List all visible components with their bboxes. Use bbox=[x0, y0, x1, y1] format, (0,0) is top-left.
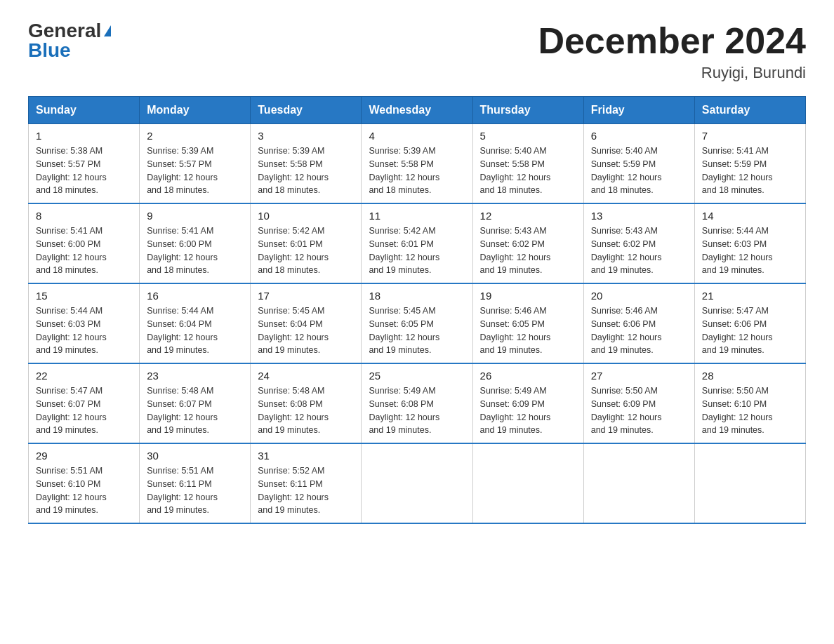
day-number: 28 bbox=[702, 370, 798, 382]
day-number: 16 bbox=[147, 290, 243, 302]
day-cell: 30 Sunrise: 5:51 AMSunset: 6:11 PMDaylig… bbox=[140, 443, 251, 523]
day-cell bbox=[694, 443, 805, 523]
day-number: 6 bbox=[591, 130, 687, 142]
day-cell: 13 Sunrise: 5:43 AMSunset: 6:02 PMDaylig… bbox=[583, 203, 694, 283]
day-info: Sunrise: 5:38 AMSunset: 5:57 PMDaylight:… bbox=[36, 146, 107, 195]
week-row-4: 22 Sunrise: 5:47 AMSunset: 6:07 PMDaylig… bbox=[29, 363, 806, 443]
day-number: 3 bbox=[258, 130, 354, 142]
day-cell: 3 Sunrise: 5:39 AMSunset: 5:58 PMDayligh… bbox=[251, 124, 362, 204]
day-number: 10 bbox=[258, 210, 354, 222]
day-number: 5 bbox=[480, 130, 576, 142]
day-cell: 9 Sunrise: 5:41 AMSunset: 6:00 PMDayligh… bbox=[140, 203, 251, 283]
day-number: 23 bbox=[147, 370, 243, 382]
day-number: 25 bbox=[369, 370, 465, 382]
header-day-sunday: Sunday bbox=[29, 97, 140, 124]
day-number: 7 bbox=[702, 130, 798, 142]
day-info: Sunrise: 5:49 AMSunset: 6:09 PMDaylight:… bbox=[480, 386, 551, 435]
day-info: Sunrise: 5:48 AMSunset: 6:07 PMDaylight:… bbox=[147, 386, 218, 435]
day-info: Sunrise: 5:49 AMSunset: 6:08 PMDaylight:… bbox=[369, 386, 439, 435]
day-number: 14 bbox=[702, 210, 798, 222]
day-cell: 18 Sunrise: 5:45 AMSunset: 6:05 PMDaylig… bbox=[362, 283, 472, 363]
day-cell: 23 Sunrise: 5:48 AMSunset: 6:07 PMDaylig… bbox=[140, 363, 251, 443]
day-info: Sunrise: 5:40 AMSunset: 5:59 PMDaylight:… bbox=[591, 146, 662, 195]
day-cell: 4 Sunrise: 5:39 AMSunset: 5:58 PMDayligh… bbox=[362, 124, 472, 204]
day-info: Sunrise: 5:50 AMSunset: 6:10 PMDaylight:… bbox=[702, 386, 773, 435]
month-title: December 2024 bbox=[538, 21, 806, 61]
day-info: Sunrise: 5:43 AMSunset: 6:02 PMDaylight:… bbox=[591, 226, 662, 275]
day-number: 17 bbox=[258, 290, 354, 302]
day-number: 19 bbox=[480, 290, 576, 302]
day-info: Sunrise: 5:45 AMSunset: 6:05 PMDaylight:… bbox=[369, 306, 439, 355]
day-cell: 24 Sunrise: 5:48 AMSunset: 6:08 PMDaylig… bbox=[251, 363, 362, 443]
day-number: 27 bbox=[591, 370, 687, 382]
header-day-wednesday: Wednesday bbox=[362, 97, 472, 124]
day-info: Sunrise: 5:43 AMSunset: 6:02 PMDaylight:… bbox=[480, 226, 551, 275]
day-cell: 8 Sunrise: 5:41 AMSunset: 6:00 PMDayligh… bbox=[29, 203, 140, 283]
day-cell: 14 Sunrise: 5:44 AMSunset: 6:03 PMDaylig… bbox=[694, 203, 805, 283]
day-cell: 16 Sunrise: 5:44 AMSunset: 6:04 PMDaylig… bbox=[140, 283, 251, 363]
day-cell bbox=[472, 443, 583, 523]
week-row-3: 15 Sunrise: 5:44 AMSunset: 6:03 PMDaylig… bbox=[29, 283, 806, 363]
day-number: 29 bbox=[36, 450, 132, 462]
header-day-thursday: Thursday bbox=[472, 97, 583, 124]
day-number: 30 bbox=[147, 450, 243, 462]
day-number: 2 bbox=[147, 130, 243, 142]
day-info: Sunrise: 5:39 AMSunset: 5:58 PMDaylight:… bbox=[258, 146, 329, 195]
day-number: 18 bbox=[369, 290, 465, 302]
logo-blue-text: Blue bbox=[28, 41, 71, 60]
day-number: 8 bbox=[36, 210, 132, 222]
week-row-2: 8 Sunrise: 5:41 AMSunset: 6:00 PMDayligh… bbox=[29, 203, 806, 283]
day-info: Sunrise: 5:41 AMSunset: 6:00 PMDaylight:… bbox=[147, 226, 218, 275]
header-row: SundayMondayTuesdayWednesdayThursdayFrid… bbox=[29, 97, 806, 124]
day-info: Sunrise: 5:51 AMSunset: 6:10 PMDaylight:… bbox=[36, 466, 107, 515]
day-info: Sunrise: 5:39 AMSunset: 5:58 PMDaylight:… bbox=[369, 146, 439, 195]
calendar-header: SundayMondayTuesdayWednesdayThursdayFrid… bbox=[29, 97, 806, 124]
day-info: Sunrise: 5:52 AMSunset: 6:11 PMDaylight:… bbox=[258, 466, 329, 515]
day-cell bbox=[583, 443, 694, 523]
day-cell bbox=[362, 443, 472, 523]
day-number: 22 bbox=[36, 370, 132, 382]
day-info: Sunrise: 5:44 AMSunset: 6:04 PMDaylight:… bbox=[147, 306, 218, 355]
day-cell: 6 Sunrise: 5:40 AMSunset: 5:59 PMDayligh… bbox=[583, 124, 694, 204]
day-cell: 5 Sunrise: 5:40 AMSunset: 5:58 PMDayligh… bbox=[472, 124, 583, 204]
calendar-table: SundayMondayTuesdayWednesdayThursdayFrid… bbox=[28, 96, 806, 524]
day-info: Sunrise: 5:42 AMSunset: 6:01 PMDaylight:… bbox=[369, 226, 439, 275]
day-cell: 15 Sunrise: 5:44 AMSunset: 6:03 PMDaylig… bbox=[29, 283, 140, 363]
page-header: General Blue December 2024 Ruyigi, Burun… bbox=[28, 21, 806, 82]
day-cell: 27 Sunrise: 5:50 AMSunset: 6:09 PMDaylig… bbox=[583, 363, 694, 443]
day-cell: 25 Sunrise: 5:49 AMSunset: 6:08 PMDaylig… bbox=[362, 363, 472, 443]
day-cell: 17 Sunrise: 5:45 AMSunset: 6:04 PMDaylig… bbox=[251, 283, 362, 363]
header-day-tuesday: Tuesday bbox=[251, 97, 362, 124]
day-info: Sunrise: 5:44 AMSunset: 6:03 PMDaylight:… bbox=[36, 306, 107, 355]
day-info: Sunrise: 5:46 AMSunset: 6:05 PMDaylight:… bbox=[480, 306, 551, 355]
calendar-body: 1 Sunrise: 5:38 AMSunset: 5:57 PMDayligh… bbox=[29, 124, 806, 524]
day-number: 13 bbox=[591, 210, 687, 222]
day-cell: 20 Sunrise: 5:46 AMSunset: 6:06 PMDaylig… bbox=[583, 283, 694, 363]
day-info: Sunrise: 5:48 AMSunset: 6:08 PMDaylight:… bbox=[258, 386, 329, 435]
day-info: Sunrise: 5:41 AMSunset: 5:59 PMDaylight:… bbox=[702, 146, 773, 195]
day-number: 1 bbox=[36, 130, 132, 142]
header-day-monday: Monday bbox=[140, 97, 251, 124]
week-row-1: 1 Sunrise: 5:38 AMSunset: 5:57 PMDayligh… bbox=[29, 124, 806, 204]
day-cell: 28 Sunrise: 5:50 AMSunset: 6:10 PMDaylig… bbox=[694, 363, 805, 443]
day-cell: 2 Sunrise: 5:39 AMSunset: 5:57 PMDayligh… bbox=[140, 124, 251, 204]
logo: General Blue bbox=[28, 21, 111, 60]
day-info: Sunrise: 5:40 AMSunset: 5:58 PMDaylight:… bbox=[480, 146, 551, 195]
day-cell: 31 Sunrise: 5:52 AMSunset: 6:11 PMDaylig… bbox=[251, 443, 362, 523]
day-cell: 21 Sunrise: 5:47 AMSunset: 6:06 PMDaylig… bbox=[694, 283, 805, 363]
day-cell: 19 Sunrise: 5:46 AMSunset: 6:05 PMDaylig… bbox=[472, 283, 583, 363]
day-cell: 1 Sunrise: 5:38 AMSunset: 5:57 PMDayligh… bbox=[29, 124, 140, 204]
day-number: 15 bbox=[36, 290, 132, 302]
day-number: 4 bbox=[369, 130, 465, 142]
day-info: Sunrise: 5:41 AMSunset: 6:00 PMDaylight:… bbox=[36, 226, 107, 275]
day-number: 11 bbox=[369, 210, 465, 222]
day-cell: 7 Sunrise: 5:41 AMSunset: 5:59 PMDayligh… bbox=[694, 124, 805, 204]
day-cell: 22 Sunrise: 5:47 AMSunset: 6:07 PMDaylig… bbox=[29, 363, 140, 443]
day-info: Sunrise: 5:45 AMSunset: 6:04 PMDaylight:… bbox=[258, 306, 329, 355]
day-info: Sunrise: 5:51 AMSunset: 6:11 PMDaylight:… bbox=[147, 466, 218, 515]
day-cell: 12 Sunrise: 5:43 AMSunset: 6:02 PMDaylig… bbox=[472, 203, 583, 283]
header-day-saturday: Saturday bbox=[694, 97, 805, 124]
day-cell: 26 Sunrise: 5:49 AMSunset: 6:09 PMDaylig… bbox=[472, 363, 583, 443]
day-info: Sunrise: 5:42 AMSunset: 6:01 PMDaylight:… bbox=[258, 226, 329, 275]
day-number: 26 bbox=[480, 370, 576, 382]
